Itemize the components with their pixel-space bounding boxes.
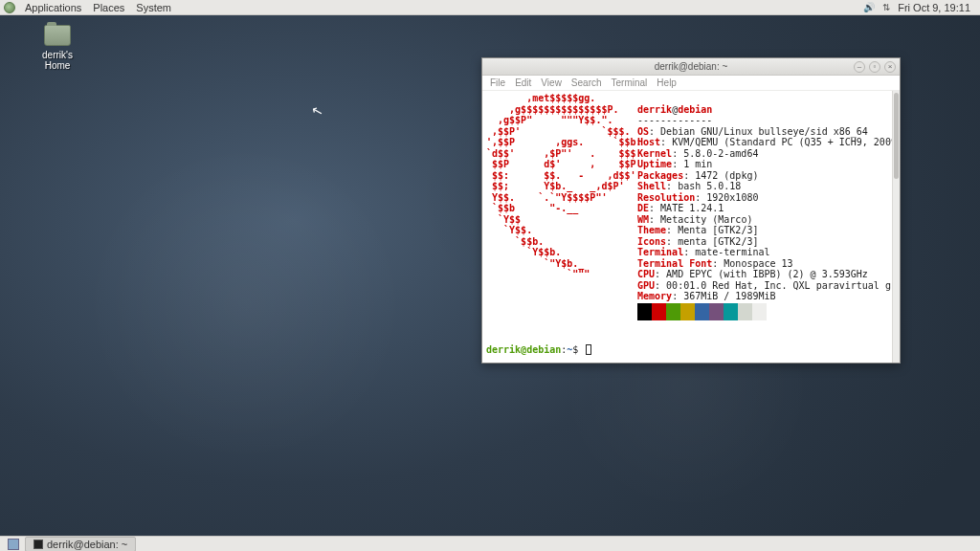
color-swatch: [680, 303, 695, 320]
neofetch-info: derrik@debian ------------- OS: Debian G…: [637, 93, 900, 313]
top-panel: Applications Places System 🔊 ⇅ Fri Oct 9…: [0, 0, 980, 15]
mate-logo-icon[interactable]: [4, 2, 15, 13]
color-swatch: [666, 303, 680, 320]
terminal-window[interactable]: derrik@debian: ~ – ▫ × File Edit View Se…: [481, 57, 901, 364]
color-swatch: [652, 303, 666, 320]
menu-file[interactable]: File: [490, 77, 505, 88]
window-titlebar[interactable]: derrik@debian: ~ – ▫ ×: [482, 58, 900, 76]
show-desktop-button[interactable]: [8, 539, 19, 550]
volume-icon[interactable]: 🔊: [863, 2, 875, 12]
menu-places[interactable]: Places: [87, 2, 130, 13]
taskbar-item-terminal[interactable]: derrik@debian: ~: [25, 537, 136, 552]
maximize-button[interactable]: ▫: [869, 61, 880, 73]
home-folder-icon[interactable]: derrik's Home: [29, 25, 86, 71]
neofetch-color-swatches: [637, 303, 767, 320]
color-swatch: [695, 303, 709, 320]
color-swatch: [709, 303, 724, 320]
bottom-panel: derrik@debian: ~: [0, 536, 980, 551]
menu-system[interactable]: System: [130, 2, 177, 13]
taskbar-item-label: derrik@debian: ~: [47, 539, 127, 550]
network-icon[interactable]: ⇅: [882, 2, 890, 12]
home-folder-label: derrik's Home: [29, 50, 86, 71]
shell-prompt[interactable]: derrik@debian:~$: [486, 344, 591, 356]
clock[interactable]: Fri Oct 9, 19:11: [898, 2, 970, 13]
color-swatch: [738, 303, 752, 320]
scrollbar-thumb[interactable]: [894, 93, 899, 179]
terminal-body[interactable]: ,met$$$$$gg. ,g$$$$$$$$$$$$$$$P. ,g$$P" …: [482, 91, 900, 363]
text-cursor-icon: [586, 344, 591, 355]
terminal-menubar: File Edit View Search Terminal Help: [482, 76, 900, 91]
close-button[interactable]: ×: [884, 61, 896, 73]
color-swatch: [752, 303, 767, 320]
menu-edit[interactable]: Edit: [515, 77, 531, 88]
color-swatch: [637, 303, 652, 320]
window-title: derrik@debian: ~: [655, 61, 728, 72]
menu-help[interactable]: Help: [657, 77, 677, 88]
folder-icon: [44, 25, 71, 46]
menu-search[interactable]: Search: [571, 77, 602, 88]
terminal-scrollbar[interactable]: [892, 91, 900, 363]
terminal-icon: [33, 540, 43, 549]
menu-terminal[interactable]: Terminal: [612, 77, 648, 88]
color-swatch: [724, 303, 738, 320]
neofetch-ascii-logo: ,met$$$$$gg. ,g$$$$$$$$$$$$$$$P. ,g$$P" …: [486, 93, 642, 280]
menu-applications[interactable]: Applications: [19, 2, 87, 13]
minimize-button[interactable]: –: [854, 61, 865, 73]
menu-view[interactable]: View: [541, 77, 562, 88]
